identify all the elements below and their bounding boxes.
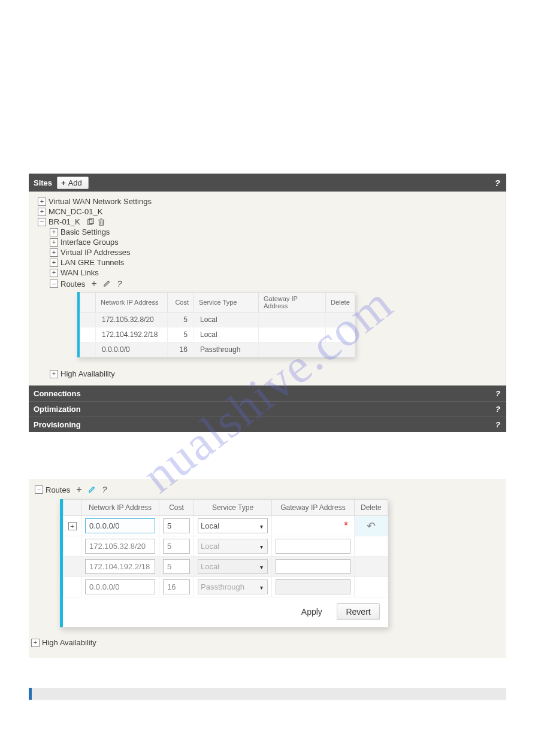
network-ip-input[interactable] [85,559,155,574]
sites-tree: + Virtual WAN Network Settings + MCN_DC-… [29,192,506,385]
help-icon[interactable]: ? [495,178,500,188]
table-row[interactable]: 172.104.192.2/18 5 Local [80,327,355,342]
tree-vip[interactable]: Virtual IP Addresses [61,248,131,257]
network-ip-input[interactable] [85,518,155,533]
cost-input[interactable] [163,579,190,594]
service-type-select[interactable]: Local [198,518,268,533]
col-cost: Cost [168,293,194,312]
expand-icon[interactable]: + [50,259,58,267]
help-icon[interactable]: ? [117,279,122,289]
ha-label[interactable]: High Availability [42,638,96,647]
routes-table: Network IP Address Cost Service Type Gat… [77,292,355,357]
tree-gre[interactable]: LAN GRE Tunnels [61,258,124,267]
tree-mcn[interactable]: MCN_DC-01_K [49,207,102,216]
tree-routes[interactable]: Routes [61,280,85,289]
tree-basic[interactable]: Basic Settings [61,227,110,236]
gateway-ip-input[interactable] [276,559,350,574]
svg-rect-2 [99,220,103,225]
routes-edit-table: Network IP Address Cost Service Type Gat… [60,499,388,627]
col-del: Delete [326,293,355,312]
expand-icon[interactable]: + [50,370,58,378]
expand-icon[interactable]: + [50,269,58,277]
service-type-select: Passthrough [198,579,268,594]
add-button-label: Add [68,178,82,187]
table-row: Local [64,536,388,557]
service-type-select: Local [198,559,268,574]
service-type-select: Local [198,539,268,554]
expand-icon[interactable]: + [68,522,77,530]
tree-br[interactable]: BR-01_K [49,217,80,226]
gateway-ip-input [276,579,350,594]
col-gw: Gateway IP Address [259,293,326,312]
sites-label: Sites [32,178,52,187]
table-row: Local [64,557,388,577]
tree-ha[interactable]: High Availability [61,369,115,378]
cost-input[interactable] [163,518,190,533]
col-svc: Service Type [194,500,272,516]
col-net: Network IP Address [96,293,168,312]
collapse-icon[interactable]: − [38,218,46,226]
expand-icon[interactable]: + [31,639,40,647]
table-row: Passthrough [64,577,388,597]
provisioning-header[interactable]: Provisioning ? [29,417,506,432]
expand-icon[interactable]: + [38,208,46,216]
new-route-row: + Local * ↶ [64,516,388,536]
trash-icon[interactable] [97,218,105,226]
tree-wan[interactable]: WAN Links [61,268,99,277]
collapse-icon[interactable]: − [35,485,43,494]
cost-input[interactable] [163,539,190,554]
col-gw: Gateway IP Address [272,500,355,516]
expand-icon[interactable]: + [50,248,58,257]
add-button[interactable]: + Add [57,177,89,189]
edit-icon[interactable] [103,279,111,289]
routes-label[interactable]: Routes [46,485,70,494]
col-cost: Cost [159,500,194,516]
table-row[interactable]: 172.105.32.8/20 5 Local [80,312,355,327]
apply-button[interactable]: Apply [292,603,331,620]
routes-edit-block: − Routes + ? Network IP Address Cost Ser… [29,479,506,658]
edit-icon[interactable] [88,485,96,495]
gateway-ip-input[interactable] [276,539,350,554]
revert-button[interactable]: Revert [337,603,379,620]
help-icon[interactable]: ? [495,420,500,429]
collapse-icon[interactable]: − [50,280,58,288]
add-route-icon[interactable]: + [91,278,96,289]
col-del: Delete [355,500,388,516]
cost-input[interactable] [163,559,190,574]
copy-icon[interactable] [86,218,95,226]
col-net: Network IP Address [81,500,159,516]
undo-icon[interactable]: ↶ [367,520,376,532]
help-icon[interactable]: ? [495,389,500,398]
tree-ifg[interactable]: Interface Groups [61,238,119,247]
table-row[interactable]: 0.0.0.0/0 16 Passthrough [80,342,355,357]
add-route-icon[interactable]: + [76,484,81,495]
required-icon: * [276,520,350,532]
network-ip-input[interactable] [85,579,155,594]
expand-icon[interactable]: + [38,198,46,206]
help-icon[interactable]: ? [102,485,107,494]
footer-bar [29,688,506,700]
tree-vwan[interactable]: Virtual WAN Network Settings [49,197,152,206]
connections-header[interactable]: Connections ? [29,385,506,401]
optimization-header[interactable]: Optimization ? [29,401,506,417]
plus-icon: + [61,178,66,187]
col-svc: Service Type [194,293,259,312]
expand-icon[interactable]: + [50,238,58,247]
network-ip-input[interactable] [85,539,155,554]
expand-icon[interactable]: + [50,228,58,236]
sites-header: Sites + Add ? [29,174,506,192]
help-icon[interactable]: ? [495,405,500,414]
